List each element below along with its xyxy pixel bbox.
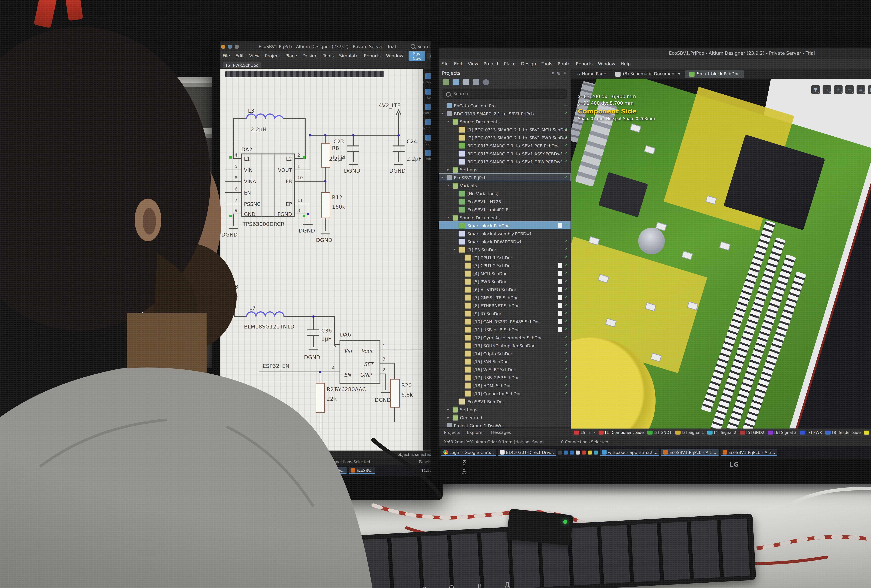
keycap-letter[interactable]: Л [477,583,482,588]
workspace-photo: EcoSBV1.PrjPcb - Altium Designer (23.9.2… [0,0,871,588]
keycap-letter[interactable]: Д [504,581,510,588]
person-silhouette [0,0,467,588]
power-led [563,519,567,524]
